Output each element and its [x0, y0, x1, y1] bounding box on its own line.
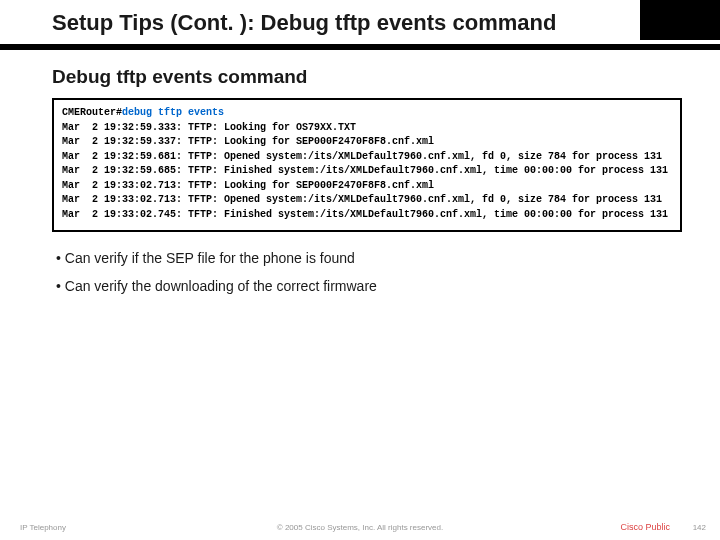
terminal-line: Mar 2 19:32:59.333: TFTP: Looking for OS… — [62, 122, 356, 133]
footer-page-number: 142 — [693, 523, 706, 532]
footer-classification: Cisco Public — [620, 522, 670, 532]
footer-copyright: © 2005 Cisco Systems, Inc. All rights re… — [277, 523, 443, 532]
section-subtitle: Debug tftp events command — [52, 66, 682, 88]
terminal-line: Mar 2 19:33:02.745: TFTP: Finished syste… — [62, 209, 668, 220]
bullet-item: Can verify if the SEP file for the phone… — [56, 250, 682, 266]
footer-left: IP Telephony — [20, 523, 66, 532]
terminal-output: CMERouter#debug tftp events Mar 2 19:32:… — [52, 98, 682, 232]
terminal-prompt: CMERouter# — [62, 107, 122, 118]
terminal-line: Mar 2 19:32:59.685: TFTP: Finished syste… — [62, 165, 668, 176]
bullet-list: Can verify if the SEP file for the phone… — [52, 250, 682, 294]
slide-title: Setup Tips (Cont. ): Debug tftp events c… — [0, 0, 560, 44]
bullet-item: Can verify the downloading of the correc… — [56, 278, 682, 294]
terminal-command: debug tftp events — [122, 107, 224, 118]
terminal-line: Mar 2 19:32:59.681: TFTP: Opened system:… — [62, 151, 662, 162]
content-area: Debug tftp events command CMERouter#debu… — [0, 50, 720, 294]
terminal-line: Mar 2 19:32:59.337: TFTP: Looking for SE… — [62, 136, 434, 147]
terminal-line: Mar 2 19:33:02.713: TFTP: Opened system:… — [62, 194, 662, 205]
corner-brand-block — [640, 0, 720, 40]
terminal-line: Mar 2 19:33:02.713: TFTP: Looking for SE… — [62, 180, 434, 191]
